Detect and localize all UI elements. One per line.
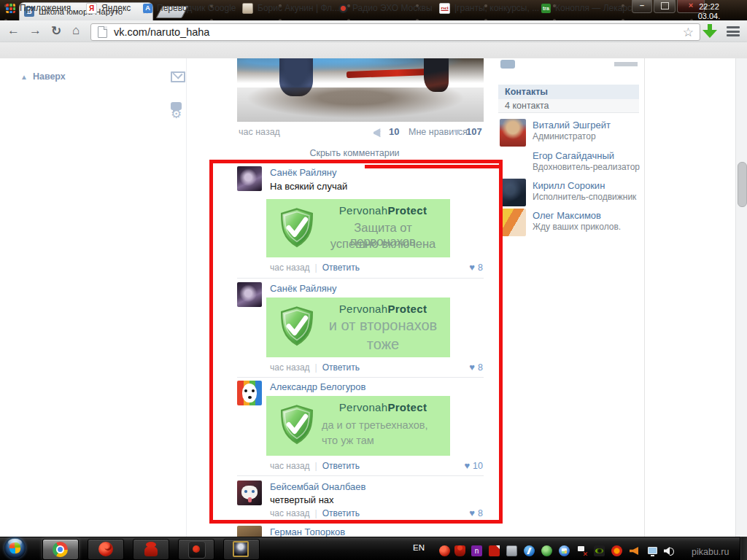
meta-divider: | bbox=[315, 461, 317, 471]
bookmark-label: Приложения bbox=[20, 3, 71, 13]
card-line: да и от третьехнахов, bbox=[322, 419, 444, 431]
messages-envelope-icon[interactable] bbox=[171, 71, 185, 82]
comment-author[interactable]: Герман Топорков bbox=[270, 526, 345, 537]
taskbar-chrome-button[interactable] bbox=[42, 539, 79, 560]
download-button[interactable] bbox=[703, 24, 717, 39]
contact-name[interactable]: Кирилл Сорокин bbox=[533, 180, 605, 191]
comment-likes[interactable]: ♥8 bbox=[439, 508, 483, 518]
reply-link[interactable]: Ответить bbox=[322, 461, 360, 471]
tray-pdf-icon[interactable] bbox=[489, 545, 500, 556]
tray-mediaget-icon[interactable] bbox=[541, 545, 552, 556]
forward-icon[interactable]: → bbox=[29, 23, 42, 38]
tray-windows-update-icon[interactable] bbox=[559, 545, 570, 556]
reply-link[interactable]: Ответить bbox=[322, 508, 360, 518]
radio-icon bbox=[338, 4, 348, 13]
card-line: тоже bbox=[322, 336, 444, 353]
avatar[interactable] bbox=[237, 381, 262, 405]
avatar[interactable] bbox=[237, 166, 262, 191]
garena-icon bbox=[98, 542, 113, 556]
taskbar-clock[interactable]: 22:22 03.04. bbox=[680, 2, 738, 21]
tray-onenote-icon[interactable]: n bbox=[471, 545, 482, 556]
taskbar-garena-plus-button[interactable] bbox=[178, 539, 214, 560]
warcraft3-icon bbox=[233, 541, 249, 557]
contact-name[interactable]: Егор Сагайдачный bbox=[533, 150, 614, 161]
meta-divider: | bbox=[315, 362, 317, 373]
taskbar-garena-button[interactable] bbox=[88, 539, 124, 560]
comment-image-pervonah[interactable]: PervonahProtect и от второнахов тоже bbox=[266, 298, 450, 357]
comment-separator bbox=[237, 377, 484, 378]
tray-red-figure-icon[interactable] bbox=[454, 545, 465, 556]
contact-avatar[interactable] bbox=[500, 179, 526, 206]
toggle-comments-link[interactable]: Скрыть комментарии bbox=[219, 148, 490, 158]
language-indicator[interactable]: EN bbox=[413, 543, 425, 552]
reload-icon[interactable]: ↻ bbox=[51, 23, 61, 39]
heart-icon: ♥ bbox=[464, 460, 470, 471]
like-count[interactable]: 107 bbox=[466, 126, 482, 137]
contact-avatar[interactable] bbox=[500, 119, 526, 147]
taskbar-garena-messenger-button[interactable] bbox=[133, 539, 169, 560]
contact-avatar[interactable] bbox=[500, 149, 526, 176]
bookmark-tra[interactable]: tra Конопля — Лекарс... bbox=[541, 2, 639, 14]
comment-likes[interactable]: ♥8 bbox=[439, 262, 483, 273]
watermark: pikabu.ru bbox=[692, 547, 729, 557]
bookmark-star-icon[interactable]: ☆ bbox=[683, 25, 694, 40]
tray-capture-icon[interactable] bbox=[506, 545, 517, 556]
bookmark-apps[interactable]: Приложения bbox=[6, 2, 71, 14]
browser-menu-button[interactable] bbox=[727, 26, 740, 36]
address-bar[interactable]: vk.com/naruto_haha ☆ bbox=[90, 23, 700, 41]
contacts-count: 4 контакта bbox=[498, 99, 639, 113]
bookmark-echo-radio[interactable]: Радио ЭХО Москвы bbox=[338, 2, 433, 14]
contact-name[interactable]: Виталий Эшгрейт bbox=[533, 120, 611, 131]
show-desktop-button[interactable] bbox=[740, 537, 747, 560]
tray-volume2-icon[interactable] bbox=[629, 545, 640, 556]
post-video-image[interactable] bbox=[237, 58, 484, 122]
tray-sound-icon[interactable] bbox=[664, 545, 675, 556]
avatar[interactable] bbox=[237, 282, 262, 307]
tray-nvidia-icon[interactable] bbox=[594, 545, 605, 556]
url-text[interactable]: vk.com/naruto_haha bbox=[114, 26, 209, 38]
page-scrollbar[interactable] bbox=[735, 58, 747, 537]
tray-flash-icon[interactable] bbox=[524, 545, 535, 556]
bookmark-google-translate[interactable]: A Переводчик Google bbox=[143, 2, 236, 14]
pervonah-protect-title: PervonahProtect bbox=[322, 204, 444, 217]
comment-separator bbox=[237, 475, 484, 476]
comment-author[interactable]: Бейсембай Оналбаев bbox=[270, 481, 365, 492]
bookmark-yandex[interactable]: Я Яндекс bbox=[86, 2, 131, 14]
comment-likes[interactable]: ♥8 bbox=[439, 362, 483, 373]
bookmark-akunin[interactable]: Борис Акунин | Фл... bbox=[242, 2, 339, 14]
bookmark-rsci[interactable]: rsci |гранты, конкурсы, ... bbox=[439, 2, 539, 14]
tray-network-icon[interactable] bbox=[647, 545, 658, 556]
heart-icon: ♥ bbox=[469, 262, 475, 273]
bookmark-label: Конопля — Лекарс... bbox=[555, 3, 639, 13]
back-to-top-link[interactable]: ▲Наверх bbox=[20, 71, 66, 82]
comment-author[interactable]: Александр Белогуров bbox=[270, 381, 365, 392]
comment-author[interactable]: Санёк Райляну bbox=[270, 283, 337, 294]
avatar[interactable] bbox=[237, 481, 262, 505]
reply-link[interactable]: Ответить bbox=[322, 362, 360, 373]
post-heart-icon[interactable]: ♥ bbox=[454, 125, 460, 138]
tray-record-icon[interactable] bbox=[611, 545, 622, 556]
scrollbar-thumb[interactable] bbox=[738, 162, 747, 207]
page-icon bbox=[98, 26, 107, 38]
contact-name[interactable]: Олег Максимов bbox=[533, 210, 601, 221]
tray-garena-icon[interactable] bbox=[439, 545, 450, 556]
share-count[interactable]: 10 bbox=[389, 126, 399, 137]
bookmark-label: |гранты, конкурсы, ... bbox=[454, 3, 539, 13]
back-icon[interactable]: ← bbox=[7, 23, 20, 38]
comment-time: час назад bbox=[270, 362, 310, 373]
comment-image-pervonah[interactable]: PervonahProtect Защита от первонахов усп… bbox=[266, 199, 450, 257]
start-button[interactable] bbox=[4, 537, 26, 559]
tray-action-center-icon[interactable] bbox=[576, 545, 587, 556]
comment-likes[interactable]: ♥10 bbox=[439, 460, 483, 471]
settings-gear-icon[interactable]: ⚙ bbox=[171, 106, 182, 122]
comment-author[interactable]: Санёк Райляну bbox=[270, 167, 337, 178]
contact-avatar[interactable] bbox=[500, 209, 526, 236]
taskbar-warcraft3-button[interactable] bbox=[223, 539, 260, 560]
pervonah-protect-title: PervonahProtect bbox=[322, 303, 444, 315]
window-maximize-button[interactable] bbox=[654, 0, 676, 13]
megaphone-icon[interactable] bbox=[374, 128, 384, 137]
home-icon[interactable]: ⌂ bbox=[72, 23, 80, 38]
comment-image-pervonah[interactable]: PervonahProtect да и от третьехнахов, чт… bbox=[266, 396, 450, 456]
reply-link[interactable]: Ответить bbox=[322, 262, 360, 273]
avatar[interactable] bbox=[237, 526, 262, 537]
